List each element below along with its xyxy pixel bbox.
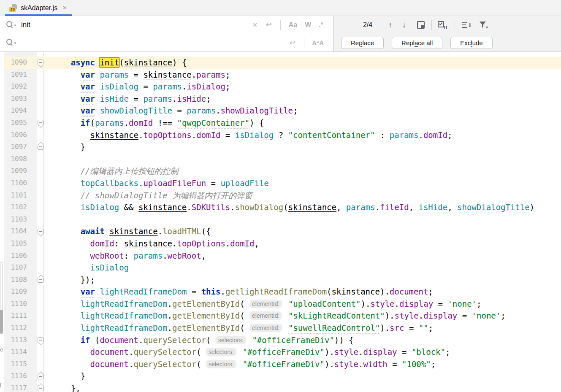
match-case-toggle[interactable]: Aa: [289, 21, 297, 29]
code-line[interactable]: 1115 document.querySelector( selectors: …: [0, 358, 561, 370]
code-line[interactable]: 1095 if(params.domId !== "qwqpContainer"…: [0, 117, 561, 129]
line-number[interactable]: 1094: [4, 105, 37, 117]
code-line[interactable]: 1092 var isDialog = params.isDialog;: [0, 81, 561, 93]
code-line[interactable]: 1116 }: [0, 370, 561, 382]
fold-marker-icon[interactable]: [38, 373, 43, 379]
code-line[interactable]: 1100 topCallbacks.uploadFileFun = upload…: [0, 177, 561, 189]
code-line[interactable]: 1114 document.querySelector( selectors: …: [0, 346, 561, 358]
line-number[interactable]: 1096: [4, 129, 37, 141]
regex-toggle[interactable]: .*: [319, 21, 323, 29]
line-number[interactable]: 1108: [4, 274, 37, 286]
code-text[interactable]: isDialog: [51, 262, 561, 274]
code-line[interactable]: 1106 webRoot: params.webRoot,: [0, 250, 561, 262]
line-number[interactable]: 1101: [4, 189, 37, 202]
code-line[interactable]: 1103: [0, 214, 561, 226]
line-number[interactable]: 1104: [4, 225, 37, 238]
code-line[interactable]: 1111 lightReadIframeDom.getElementById( …: [0, 310, 561, 322]
code-text[interactable]: domId: skinstance.topOptions.domId,: [51, 238, 561, 250]
line-number[interactable]: 1105: [4, 238, 37, 250]
open-in-find-window-icon[interactable]: [417, 21, 425, 29]
code-line[interactable]: 1110 lightReadIframeDom.getElementById( …: [0, 298, 561, 310]
line-number[interactable]: 1098: [4, 153, 37, 165]
code-line[interactable]: 1090 async init(skinstance) {: [0, 57, 561, 69]
code-line[interactable]: 1107 isDialog: [0, 262, 561, 274]
code-text[interactable]: if (document.querySelector( selectors: "…: [51, 334, 561, 346]
select-all-occurrences-icon[interactable]: II: [438, 21, 448, 29]
line-number[interactable]: 1097: [4, 141, 37, 153]
code-line[interactable]: 1113 if (document.querySelector( selecto…: [0, 334, 561, 346]
fold-marker-icon[interactable]: [38, 120, 43, 126]
line-number[interactable]: 1102: [4, 201, 37, 214]
code-line[interactable]: 1105 domId: skinstance.topOptions.domId,: [0, 238, 561, 250]
line-number[interactable]: 1109: [4, 286, 37, 298]
fold-marker-icon[interactable]: [38, 229, 43, 235]
code-text[interactable]: lightReadIframeDom.getElementById( eleme…: [51, 322, 561, 334]
previous-occurrence-icon[interactable]: ↑: [388, 21, 392, 29]
tab-close-icon[interactable]: ×: [62, 4, 67, 11]
preserve-case-toggle[interactable]: A▴A: [312, 39, 324, 46]
insert-newline-icon[interactable]: ↩: [290, 39, 295, 46]
replace-history-icon[interactable]: ▾: [6, 38, 16, 47]
code-line[interactable]: 1097 }: [0, 141, 561, 153]
line-number[interactable]: 1090: [4, 57, 37, 69]
whole-words-toggle[interactable]: W: [305, 21, 311, 29]
tab-skadapter-js[interactable]: JS skAdapter.js ×: [5, 0, 72, 16]
line-number[interactable]: 1114: [4, 346, 37, 358]
fold-marker-icon[interactable]: [38, 337, 43, 343]
code-text[interactable]: }: [51, 370, 561, 382]
code-text[interactable]: isDialog && skinstance.SDKUtils.showDial…: [51, 201, 561, 214]
code-text[interactable]: if(params.domId !== "qwqpContainer") {: [51, 117, 561, 129]
code-line[interactable]: 1109 var lightReadIframeDom = this.getli…: [0, 286, 561, 298]
code-line[interactable]: 1094 var showDialogTitle = params.showDi…: [0, 105, 561, 117]
code-text[interactable]: await skinstance.loadHTML({: [51, 225, 561, 238]
code-line[interactable]: 1102 isDialog && skinstance.SDKUtils.sho…: [0, 201, 561, 214]
code-text[interactable]: [51, 153, 561, 165]
code-line[interactable]: 1096 skinstance.topOptions.domId = isDia…: [0, 129, 561, 141]
code-line[interactable]: 1104 await skinstance.loadHTML({: [0, 225, 561, 238]
code-text[interactable]: skinstance.topOptions.domId = isDialog ?…: [51, 129, 561, 141]
code-line[interactable]: 1091 var params = skinstance.params;: [0, 69, 561, 81]
find-input[interactable]: [21, 21, 248, 29]
code-text[interactable]: document.querySelector( selectors: "#off…: [51, 346, 561, 358]
exclude-button[interactable]: Exclude: [450, 37, 492, 49]
line-number[interactable]: 1111: [4, 310, 37, 322]
line-number[interactable]: 1095: [4, 117, 37, 129]
code-text[interactable]: lightReadIframeDom.getElementById( eleme…: [51, 298, 561, 310]
code-text[interactable]: var isHide = params.isHide;: [51, 93, 561, 105]
search-history-icon[interactable]: ▾: [6, 20, 16, 30]
line-number[interactable]: 1103: [4, 214, 37, 226]
replace-all-button[interactable]: Replace all: [392, 37, 442, 49]
code-line[interactable]: 1098: [0, 153, 561, 165]
code-text[interactable]: var showDialogTitle = params.showDialogT…: [51, 105, 561, 117]
filter-search-results-icon[interactable]: ▾: [480, 21, 488, 29]
mini-scrollbar-thumb[interactable]: [0, 310, 3, 334]
code-text[interactable]: async init(skinstance) {: [51, 57, 561, 69]
clear-search-icon[interactable]: ×: [252, 21, 257, 29]
code-text[interactable]: }: [51, 141, 561, 153]
search-in-selection-icon[interactable]: I: [462, 22, 471, 29]
fold-marker-icon[interactable]: [38, 59, 43, 65]
code-line[interactable]: 1108 });: [0, 274, 561, 286]
line-number[interactable]: 1100: [4, 177, 37, 189]
line-number[interactable]: 1099: [4, 165, 37, 177]
line-number[interactable]: 1107: [4, 262, 37, 274]
replace-input[interactable]: [21, 38, 285, 47]
insert-newline-icon[interactable]: ↩: [266, 21, 272, 28]
line-number[interactable]: 1093: [4, 93, 37, 105]
fold-marker-icon[interactable]: [38, 277, 43, 283]
line-number[interactable]: 1091: [4, 69, 37, 81]
code-text[interactable]: },: [51, 382, 561, 392]
code-text[interactable]: });: [51, 274, 561, 286]
fold-marker-icon[interactable]: [38, 144, 43, 150]
code-text[interactable]: document.querySelector( selectors: "#off…: [51, 358, 561, 370]
code-area[interactable]: 1090 async init(skinstance) {1091 var pa…: [0, 52, 561, 392]
line-number[interactable]: 1115: [4, 358, 37, 370]
next-occurrence-icon[interactable]: ↓: [402, 21, 406, 29]
code-text[interactable]: webRoot: params.webRoot,: [51, 250, 561, 262]
code-text[interactable]: // showDialogTitle 为编辑器内打开的弹窗: [51, 189, 561, 202]
code-text[interactable]: //编辑器内上传按钮的控制: [51, 165, 561, 177]
line-number[interactable]: 1106: [4, 250, 37, 262]
code-text[interactable]: [51, 214, 561, 226]
code-text[interactable]: topCallbacks.uploadFileFun = uploadFile: [51, 177, 561, 189]
fold-marker-icon[interactable]: [38, 385, 43, 391]
